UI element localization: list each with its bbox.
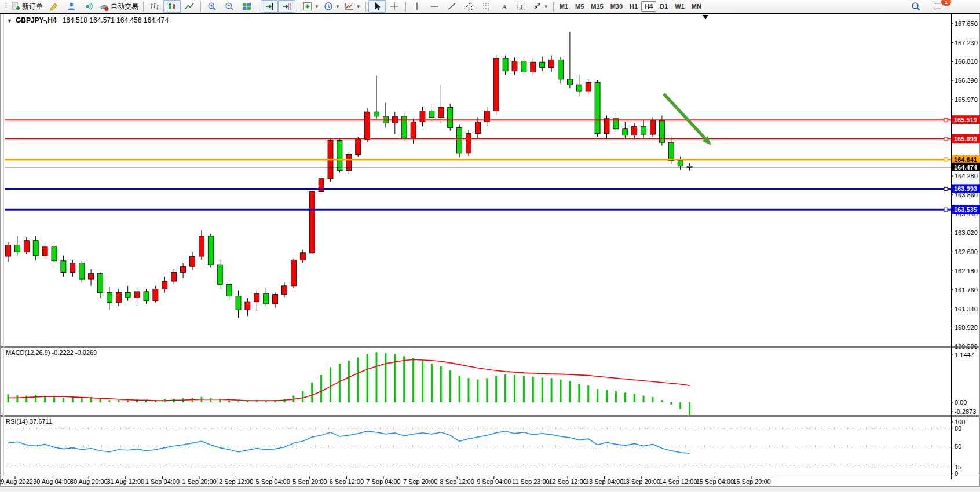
timeframe-W1[interactable]: W1: [671, 1, 688, 12]
macd-panel: 1.14470.00-0.2873: [8, 351, 976, 415]
equidistant-channel-button[interactable]: E: [460, 0, 478, 13]
templates-dropdown-icon[interactable]: ▼: [356, 4, 361, 9]
community-icon: [67, 2, 76, 11]
macd-axis-label: -0.2873: [955, 408, 976, 415]
level-line-163.535[interactable]: 163.535: [5, 205, 980, 214]
candle: [52, 247, 57, 261]
crosshair-button[interactable]: [386, 0, 403, 13]
time-tick-label: 7 Sep 04:00: [366, 478, 400, 485]
level-line-handle[interactable]: [944, 118, 948, 122]
price-tag-label: 165.519: [954, 116, 977, 123]
text-label-icon: T: [517, 2, 526, 11]
candle: [14, 245, 20, 252]
autotrading-label: 自动交易: [111, 2, 138, 12]
price-tick-label: 164.280: [955, 172, 978, 179]
level-line-163.993[interactable]: 163.993: [5, 184, 980, 193]
zoom-out-icon: [225, 2, 234, 11]
level-line-164.641[interactable]: 164.641: [5, 155, 980, 164]
level-line-handle[interactable]: [944, 187, 948, 190]
timeframe-MN[interactable]: MN: [688, 1, 705, 12]
time-tick-label: 9 Sep 04:00: [477, 478, 511, 485]
candle: [254, 293, 259, 302]
level-line-handle[interactable]: [944, 208, 948, 211]
rsi-axis-label: 15: [955, 464, 961, 471]
time-tick-label: 15 Sep 04:00: [696, 478, 734, 485]
chart-shift-button[interactable]: [278, 0, 295, 13]
macd-label: MACD(12,26,9) -0.2222 -0.0269: [6, 349, 97, 356]
vertical-line-button[interactable]: [408, 0, 426, 13]
styler-button[interactable]: [45, 0, 63, 13]
candle: [365, 112, 370, 139]
macd-axis-label: 0.00: [955, 399, 967, 406]
community-button[interactable]: [63, 0, 80, 13]
candle: [576, 85, 582, 91]
timeframe-H4[interactable]: H4: [641, 1, 656, 12]
timeframe-M1[interactable]: M1: [556, 1, 572, 12]
svg-text:E: E: [471, 7, 473, 10]
candle: [153, 289, 158, 300]
candle: [650, 121, 656, 134]
zoom-out-button[interactable]: [221, 0, 238, 13]
candle: [586, 82, 591, 91]
templates-button[interactable]: ▼: [342, 0, 363, 13]
zoom-in-button[interactable]: [203, 0, 221, 13]
tile-windows-button[interactable]: [238, 0, 255, 13]
price-tick-label: 160.920: [955, 324, 978, 331]
level-line-handle[interactable]: [944, 137, 948, 141]
periods-button[interactable]: ▼: [321, 0, 342, 13]
text-tool-button[interactable]: A: [495, 0, 513, 13]
new-order-button[interactable]: 新订单: [9, 0, 45, 13]
fibonacci-button[interactable]: F: [478, 0, 495, 13]
trend-line-button[interactable]: [443, 0, 460, 13]
level-line-165.519[interactable]: 165.519: [5, 115, 980, 124]
horizontal-line-button[interactable]: [426, 0, 443, 13]
candle: [300, 253, 305, 260]
price-tick-label: 161.760: [955, 287, 978, 293]
price-tag-label: 164.641: [954, 156, 977, 163]
time-axis[interactable]: 29 Aug 202230 Aug 04:0030 Aug 20:0031 Au…: [0, 476, 771, 485]
candle: [309, 192, 315, 253]
indicators-dropdown-icon[interactable]: ▼: [315, 4, 319, 9]
price-tick-label: 167.650: [955, 20, 978, 27]
candle: [70, 263, 75, 273]
toolbar-grip[interactable]: [5, 2, 7, 11]
timeframe-M30[interactable]: M30: [607, 1, 626, 12]
rsi-axis-label: 50: [955, 443, 961, 450]
timeframe-M15[interactable]: M15: [587, 1, 606, 12]
cursor-button[interactable]: [368, 0, 386, 13]
arrow-objects-button[interactable]: ▼: [530, 0, 551, 13]
level-line-handle[interactable]: [944, 158, 948, 161]
candle: [549, 60, 554, 67]
arrow-objects-dropdown-icon[interactable]: ▼: [544, 4, 548, 9]
time-tick-label: 8 Sep 12:00: [440, 478, 474, 485]
candle: [448, 107, 453, 127]
timeframe-D1[interactable]: D1: [656, 1, 671, 12]
crosshair-icon: [390, 2, 399, 11]
candle: [236, 296, 241, 310]
chart-shift-marker[interactable]: [703, 15, 708, 19]
notifications-button[interactable]: 1: [929, 0, 946, 13]
zoom-in-icon: [207, 2, 217, 11]
chart-collapse-icon[interactable]: ▼: [7, 18, 12, 24]
line-chart-mode-button[interactable]: [181, 0, 198, 13]
cursor-icon: [372, 2, 382, 11]
horizontal-line-icon: [430, 2, 439, 11]
label-tool-button[interactable]: T: [513, 0, 530, 13]
macd-axis-label: 1.1447: [955, 351, 974, 358]
auto-scroll-button[interactable]: [261, 0, 278, 13]
search-button[interactable]: [907, 0, 924, 13]
candle: [374, 112, 379, 116]
level-line-165.099[interactable]: 165.099: [5, 134, 980, 143]
chart-ohlc-values: 164.518 164.571 164.456 164.474: [63, 16, 169, 24]
timeframe-M5[interactable]: M5: [572, 1, 587, 12]
indicators-button[interactable]: ▼: [301, 0, 321, 13]
timeframe-H1[interactable]: H1: [626, 1, 641, 12]
bar-chart-mode-button[interactable]: [146, 0, 163, 13]
periods-dropdown-icon[interactable]: ▼: [335, 4, 340, 9]
candlestick-mode-button[interactable]: [163, 0, 181, 13]
autotrading-button[interactable]: 自动交易: [97, 0, 141, 13]
candle: [79, 263, 85, 279]
signals-button[interactable]: [80, 0, 97, 13]
new-order-icon: [11, 2, 20, 11]
rsi-value: 37.6711: [30, 418, 52, 425]
